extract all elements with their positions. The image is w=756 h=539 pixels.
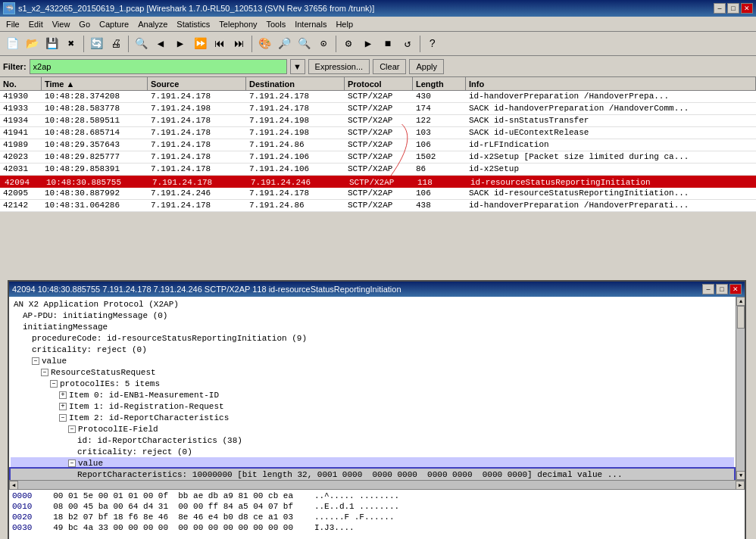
- sub-maximize-button[interactable]: □: [716, 284, 728, 294]
- expand-icon[interactable]: –: [59, 414, 67, 422]
- tree-text: protocolIEs: 5 items: [60, 379, 160, 388]
- col-header-no: No.: [0, 77, 42, 90]
- close-file-button[interactable]: ✖: [62, 35, 80, 53]
- menu-analyze[interactable]: Analyze: [133, 18, 172, 30]
- table-row-selected[interactable]: 42094 10:48:30.885755 7.191.24.178 7.191…: [0, 176, 756, 188]
- goto-button[interactable]: ⏩: [191, 35, 209, 53]
- tree-line: + Item 0: id-ENB1-Measurement-ID: [11, 389, 734, 400]
- table-row[interactable]: 41941 10:48:28.685714 7.191.24.178 7.191…: [0, 127, 756, 139]
- menu-help[interactable]: Help: [331, 18, 358, 30]
- app-icon: 🦈: [3, 2, 15, 14]
- detail-hscrollbar[interactable]: ◀ ▶: [9, 480, 745, 489]
- cell-proto: SCTP/X2AP: [345, 188, 413, 199]
- restart-capture-button[interactable]: ↺: [398, 35, 417, 53]
- filter-bar: Filter: ▼ Expression... Clear Apply: [0, 56, 756, 77]
- title-bar-buttons[interactable]: – □ ✕: [714, 3, 753, 14]
- table-row[interactable]: 41933 10:48:28.583778 7.191.24.198 7.191…: [0, 103, 756, 115]
- color-button[interactable]: 🎨: [255, 35, 273, 53]
- cell-src: 7.191.24.178: [148, 200, 246, 211]
- print-button[interactable]: 🖨: [107, 35, 125, 53]
- expand-icon[interactable]: +: [59, 391, 67, 399]
- next-button[interactable]: ▶: [171, 35, 189, 53]
- tree-line: + Item 1: id-Registration-Request: [11, 400, 734, 412]
- new-button[interactable]: 📄: [3, 35, 21, 53]
- cell-src: 7.191.24.178: [149, 177, 248, 186]
- table-row[interactable]: 41989 10:48:29.357643 7.191.24.178 7.191…: [0, 139, 756, 151]
- open-button[interactable]: 📂: [23, 35, 41, 53]
- title-bar-left: 🦈 s1_x2_432265_20150619_1.pcap [Wireshar…: [3, 2, 374, 14]
- cell-dst: 7.191.24.178: [246, 103, 345, 114]
- menu-internals[interactable]: Internals: [290, 18, 331, 30]
- expand-icon[interactable]: +: [59, 403, 67, 410]
- expression-button[interactable]: Expression...: [308, 59, 370, 74]
- menu-go[interactable]: Go: [74, 18, 95, 30]
- cell-time: 10:48:28.583778: [42, 103, 148, 114]
- tree-line: – Item 2: id-ReportCharacteristics: [11, 412, 734, 423]
- last-button[interactable]: ⏭: [230, 35, 248, 53]
- scroll-thumb[interactable]: [737, 306, 745, 329]
- help-button[interactable]: ?: [423, 35, 442, 53]
- start-capture-button[interactable]: ▶: [359, 35, 377, 53]
- detail-scrollbar[interactable]: ▲ ▼: [736, 297, 745, 480]
- minimize-button[interactable]: –: [714, 3, 726, 14]
- first-button[interactable]: ⏮: [211, 35, 229, 53]
- tree-text: value: [78, 459, 103, 468]
- filter-input[interactable]: [30, 59, 287, 74]
- cell-time: 10:48:28.589511: [42, 115, 148, 126]
- table-row[interactable]: 42031 10:48:29.858391 7.191.24.178 7.191…: [0, 164, 756, 176]
- sub-window-buttons[interactable]: – □ ✕: [702, 284, 742, 294]
- expand-icon[interactable]: –: [41, 369, 48, 376]
- cell-proto: SCTP/X2AP: [345, 115, 413, 126]
- clear-button[interactable]: Clear: [373, 59, 406, 74]
- tree-line: initiatingMessage: [11, 321, 734, 332]
- cell-dst: 7.191.24.106: [246, 164, 345, 175]
- detail-scroll-area: AN X2 Application Protocol (X2AP) AP-PDU…: [9, 297, 745, 480]
- menu-statistics[interactable]: Statistics: [172, 18, 214, 30]
- table-row[interactable]: 42095 10:48:30.887992 7.191.24.246 7.191…: [0, 188, 756, 200]
- apply-button[interactable]: Apply: [409, 59, 444, 74]
- table-row[interactable]: 42023 10:48:29.825777 7.191.24.178 7.191…: [0, 151, 756, 164]
- menu-tools[interactable]: Tools: [262, 18, 291, 30]
- save-button[interactable]: 💾: [42, 35, 61, 53]
- table-row[interactable]: 41930 10:48:28.374208 7.191.24.178 7.191…: [0, 91, 756, 103]
- capture-options-button[interactable]: ⚙: [339, 35, 358, 53]
- zoom-in-button[interactable]: 🔎: [275, 35, 293, 53]
- cell-src: 7.191.24.178: [148, 115, 246, 126]
- find-button[interactable]: 🔍: [132, 35, 150, 53]
- table-row[interactable]: 41934 10:48:28.589511 7.191.24.178 7.191…: [0, 115, 756, 127]
- menu-file[interactable]: File: [2, 18, 24, 30]
- expand-icon[interactable]: –: [68, 460, 76, 467]
- hex-ascii: ..^..... ........: [305, 491, 399, 500]
- cell-len: 122: [413, 115, 466, 126]
- menu-view[interactable]: View: [48, 18, 75, 30]
- scroll-down-button[interactable]: ▼: [736, 471, 745, 480]
- expand-icon[interactable]: –: [32, 357, 39, 365]
- maximize-button[interactable]: □: [727, 3, 739, 14]
- reload-button[interactable]: 🔄: [87, 35, 105, 53]
- sub-close-button[interactable]: ✕: [729, 284, 742, 294]
- cell-src: 7.191.24.178: [148, 139, 246, 151]
- menu-edit[interactable]: Edit: [24, 18, 48, 30]
- cell-len: 1502: [413, 151, 466, 163]
- filter-dropdown[interactable]: ▼: [290, 59, 305, 74]
- table-row[interactable]: 42142 10:48:31.064286 7.191.24.178 7.191…: [0, 200, 756, 212]
- expand-icon[interactable]: –: [50, 380, 58, 388]
- menu-telephony[interactable]: Telephony: [214, 18, 261, 30]
- tree-text: criticality: reject (0): [77, 447, 192, 456]
- prev-button[interactable]: ◀: [152, 35, 170, 53]
- cell-dst: 7.191.24.246: [248, 177, 346, 186]
- tree-line-highlighted: – value: [11, 457, 734, 469]
- zoom-out-button[interactable]: 🔍: [295, 35, 313, 53]
- menu-bar: File Edit View Go Capture Analyze Statis…: [0, 17, 756, 32]
- close-button[interactable]: ✕: [741, 3, 753, 14]
- packet-detail: AN X2 Application Protocol (X2AP) AP-PDU…: [9, 297, 736, 480]
- expand-icon[interactable]: –: [68, 425, 76, 433]
- hex-ascii: I.J3....: [305, 523, 355, 532]
- sub-minimize-button[interactable]: –: [702, 284, 714, 294]
- zoom-normal-button[interactable]: ⊙: [314, 35, 333, 53]
- sep3: [251, 36, 252, 52]
- stop-capture-button[interactable]: ■: [379, 35, 397, 53]
- scroll-up-button[interactable]: ▲: [736, 297, 745, 306]
- menu-capture[interactable]: Capture: [95, 18, 133, 30]
- cell-info: SACK id-uEContextRelease: [466, 127, 756, 139]
